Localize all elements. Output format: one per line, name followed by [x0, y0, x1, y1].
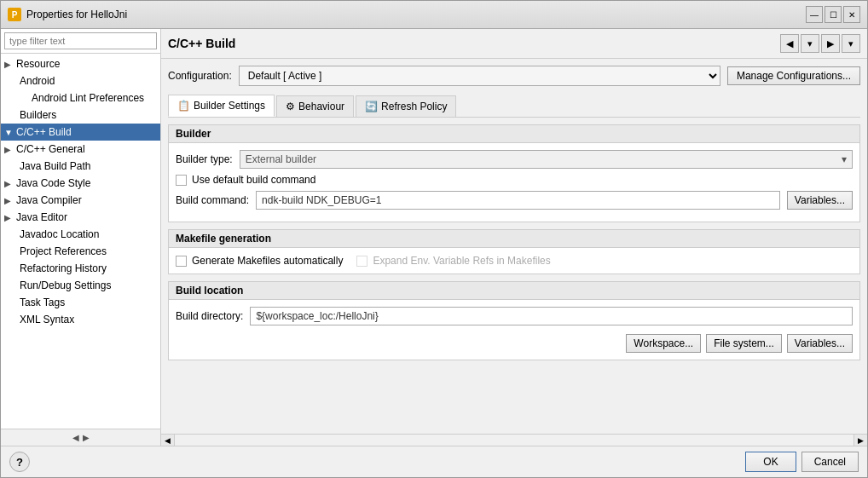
- sidebar-item-cpp-general[interactable]: ▶ C/C++ General: [1, 141, 160, 158]
- sidebar-item-run-debug[interactable]: Run/Debug Settings: [1, 277, 160, 294]
- filter-wrap: [1, 29, 160, 54]
- generate-makefiles-row: Generate Makefiles automatically: [176, 255, 343, 267]
- config-row: Configuration: Default [ Active ] Manage…: [168, 66, 860, 86]
- makefile-row: Generate Makefiles automatically Expand …: [176, 255, 853, 267]
- build-location-buttons: Workspace... File system... Variables...: [176, 334, 853, 353]
- builder-type-arrow: ▾: [842, 153, 847, 165]
- build-command-row: Build command: Variables...: [176, 191, 853, 210]
- sidebar-item-xml-syntax[interactable]: XML Syntax: [1, 311, 160, 328]
- help-button[interactable]: ?: [9, 452, 30, 472]
- builder-section: Builder Builder type: External builder ▾: [168, 124, 860, 222]
- tab-builder-settings[interactable]: 📋 Builder Settings: [168, 95, 275, 117]
- refresh-policy-icon: 🔄: [365, 101, 378, 112]
- builder-type-dropdown[interactable]: External builder ▾: [240, 150, 853, 169]
- tab-refresh-policy[interactable]: 🔄 Refresh Policy: [356, 95, 456, 117]
- builder-section-body: Builder type: External builder ▾ Use def…: [169, 143, 859, 222]
- config-select[interactable]: Default [ Active ]: [239, 66, 720, 86]
- sidebar-item-project-references[interactable]: Project References: [1, 243, 160, 260]
- h-scroll-right-button[interactable]: ▶: [854, 435, 867, 446]
- main-panel: C/C++ Build ◀ ▾ ▶ ▾ Configuration: Defau…: [161, 29, 867, 446]
- footer-left: ?: [9, 452, 30, 472]
- sidebar-label-cpp-build: C/C++ Build: [16, 126, 72, 138]
- build-directory-input[interactable]: [250, 307, 853, 325]
- build-command-label: Build command:: [176, 194, 249, 206]
- build-command-input[interactable]: [256, 191, 780, 210]
- sidebar: ▶ Resource Android Android Lint Preferen…: [1, 29, 161, 446]
- sidebar-bottom: ◀ ▶: [1, 429, 160, 446]
- horizontal-scrollbar: ◀ ▶: [161, 434, 867, 446]
- builder-section-header: Builder: [169, 125, 859, 143]
- panel-header: C/C++ Build ◀ ▾ ▶ ▾: [161, 29, 867, 59]
- close-button[interactable]: ✕: [843, 6, 860, 23]
- sidebar-item-task-tags[interactable]: Task Tags: [1, 294, 160, 311]
- sidebar-label-java-code-style: Java Code Style: [16, 177, 90, 189]
- builder-settings-icon: 📋: [177, 100, 190, 112]
- expand-arrow-java-compiler: ▶: [4, 196, 16, 205]
- sidebar-item-resource[interactable]: ▶ Resource: [1, 55, 160, 72]
- build-command-variables-button[interactable]: Variables...: [787, 191, 853, 210]
- build-directory-row: Build directory:: [176, 307, 853, 325]
- sidebar-label-java-compiler: Java Compiler: [16, 194, 82, 206]
- back-dropdown-button[interactable]: ▾: [801, 34, 819, 53]
- sidebar-item-java-editor[interactable]: ▶ Java Editor: [1, 209, 160, 226]
- restore-button[interactable]: ☐: [825, 6, 842, 23]
- back-button[interactable]: ◀: [780, 34, 799, 53]
- use-default-build-checkbox[interactable]: [176, 175, 187, 186]
- build-directory-label: Build directory:: [176, 310, 243, 322]
- filter-input[interactable]: [4, 32, 157, 49]
- expand-env-row: Expand Env. Variable Refs in Makefiles: [356, 255, 550, 267]
- forward-button[interactable]: ▶: [821, 34, 840, 53]
- expand-env-checkbox[interactable]: [356, 256, 367, 267]
- cancel-button[interactable]: Cancel: [801, 452, 859, 472]
- tab-builder-settings-label: Builder Settings: [194, 100, 265, 112]
- workspace-button[interactable]: Workspace...: [626, 334, 701, 353]
- sidebar-item-javadoc-location[interactable]: Javadoc Location: [1, 226, 160, 243]
- builder-type-value: External builder: [246, 153, 316, 165]
- forward-dropdown-button[interactable]: ▾: [842, 34, 860, 53]
- expand-arrow-java-editor: ▶: [4, 213, 16, 222]
- behaviour-icon: ⚙: [286, 101, 295, 112]
- sidebar-item-java-build-path[interactable]: Java Build Path: [1, 158, 160, 175]
- makefile-section: Makefile generation Generate Makefiles a…: [168, 229, 860, 274]
- title-bar-left: P Properties for HelloJni: [8, 8, 127, 21]
- builder-type-row: Builder type: External builder ▾: [176, 150, 853, 169]
- sidebar-item-java-code-style[interactable]: ▶ Java Code Style: [1, 175, 160, 192]
- build-location-section-body: Build directory: Workspace... File syste…: [169, 300, 859, 360]
- h-scroll-left-button[interactable]: ◀: [161, 435, 175, 446]
- sidebar-label-android-lint: Android Lint Preferences: [32, 92, 144, 104]
- content-area: ▶ Resource Android Android Lint Preferen…: [1, 29, 867, 446]
- sidebar-item-builders[interactable]: Builders: [1, 107, 160, 124]
- sidebar-label-javadoc-location: Javadoc Location: [20, 228, 99, 240]
- sidebar-item-android-lint[interactable]: Android Lint Preferences: [1, 89, 160, 107]
- generate-makefiles-checkbox[interactable]: [176, 256, 187, 267]
- sidebar-scroll-right[interactable]: ▶: [83, 433, 90, 442]
- sidebar-label-run-debug: Run/Debug Settings: [20, 279, 111, 291]
- file-system-button[interactable]: File system...: [706, 334, 782, 353]
- build-location-variables-button[interactable]: Variables...: [787, 334, 853, 353]
- title-bar: P Properties for HelloJni — ☐ ✕: [1, 1, 867, 29]
- expand-arrow-java-code-style: ▶: [4, 179, 16, 188]
- ok-button[interactable]: OK: [745, 452, 796, 472]
- sidebar-item-cpp-build[interactable]: ▼ C/C++ Build: [1, 124, 160, 141]
- dialog-footer: ? OK Cancel: [1, 446, 867, 477]
- dialog: P Properties for HelloJni — ☐ ✕ ▶ Resour…: [0, 0, 868, 478]
- sidebar-scroll-left[interactable]: ◀: [72, 433, 79, 442]
- sidebar-item-java-compiler[interactable]: ▶ Java Compiler: [1, 192, 160, 209]
- manage-configurations-button[interactable]: Manage Configurations...: [727, 66, 860, 85]
- dialog-title: Properties for HelloJni: [26, 9, 127, 20]
- sidebar-label-task-tags: Task Tags: [20, 297, 65, 308]
- minimize-button[interactable]: —: [806, 6, 823, 23]
- sidebar-item-refactoring-history[interactable]: Refactoring History: [1, 260, 160, 277]
- sidebar-item-android[interactable]: Android: [1, 72, 160, 89]
- tab-refresh-policy-label: Refresh Policy: [381, 101, 447, 112]
- sidebar-label-java-editor: Java Editor: [16, 211, 67, 223]
- tab-behaviour-label: Behaviour: [298, 101, 344, 112]
- tab-behaviour[interactable]: ⚙ Behaviour: [276, 95, 354, 117]
- sidebar-label-builders: Builders: [20, 109, 56, 121]
- expand-arrow-resource: ▶: [4, 60, 16, 69]
- tabs-row: 📋 Builder Settings ⚙ Behaviour 🔄 Refresh…: [168, 95, 860, 118]
- sidebar-label-resource: Resource: [16, 58, 60, 70]
- sidebar-label-refactoring-history: Refactoring History: [20, 262, 107, 274]
- panel-body: Configuration: Default [ Active ] Manage…: [161, 59, 867, 434]
- expand-arrow-cpp-build: ▼: [4, 128, 16, 137]
